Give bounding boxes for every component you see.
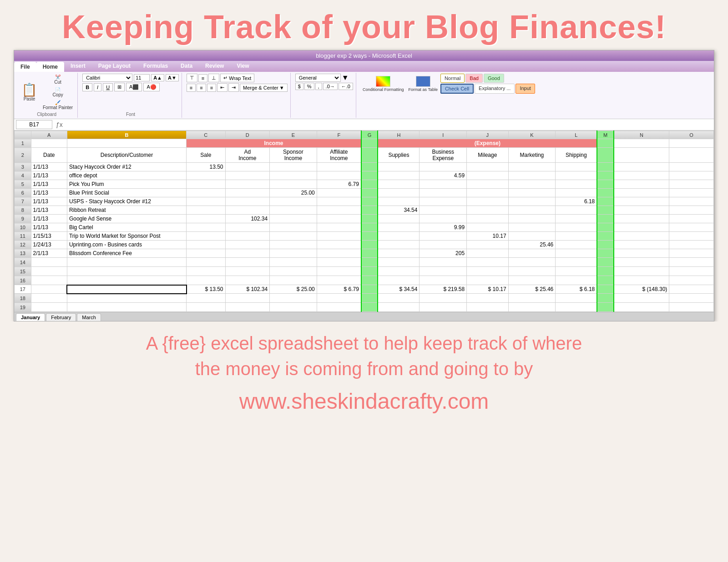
cell-m12[interactable] xyxy=(597,241,614,249)
cell-c11[interactable] xyxy=(187,232,225,241)
cell-c6[interactable] xyxy=(187,189,225,197)
paste-button[interactable]: 📋 Paste xyxy=(19,83,40,102)
cell-e8[interactable] xyxy=(270,206,317,215)
cell-n2[interactable] xyxy=(614,148,669,163)
name-box[interactable]: B17 xyxy=(16,120,52,129)
cell-l15[interactable] xyxy=(556,267,597,276)
cell-j18[interactable] xyxy=(467,294,508,303)
cell-i13[interactable]: 205 xyxy=(420,249,467,258)
align-center-button[interactable]: ≡ xyxy=(197,84,206,92)
cell-g17[interactable] xyxy=(361,285,378,294)
cell-b9[interactable]: Google Ad Sense xyxy=(67,215,186,223)
cell-j14[interactable] xyxy=(467,258,508,267)
cell-h16[interactable] xyxy=(378,276,419,285)
indent-increase-button[interactable]: ⇥ xyxy=(228,83,239,92)
cell-o6[interactable] xyxy=(669,189,714,197)
cell-m15[interactable] xyxy=(597,267,614,276)
align-top-button[interactable]: ⊤ xyxy=(187,74,197,82)
cell-m13[interactable] xyxy=(597,249,614,258)
cell-h11[interactable] xyxy=(378,232,419,241)
cell-a3[interactable]: 1/1/13 xyxy=(31,163,67,171)
cell-o10[interactable] xyxy=(669,223,714,232)
cell-a16[interactable] xyxy=(31,276,67,285)
cell-f16[interactable] xyxy=(317,276,361,285)
cell-a18[interactable] xyxy=(31,294,67,303)
cell-d13[interactable] xyxy=(225,249,270,258)
cell-g5[interactable] xyxy=(361,180,378,189)
cell-f14[interactable] xyxy=(317,258,361,267)
cell-h14[interactable] xyxy=(378,258,419,267)
cell-d10[interactable] xyxy=(225,223,270,232)
cell-i15[interactable] xyxy=(420,267,467,276)
cell-l17[interactable]: $ 6.18 xyxy=(556,285,597,294)
cell-h5[interactable] xyxy=(378,180,419,189)
cell-e19[interactable] xyxy=(270,303,317,312)
formula-input[interactable] xyxy=(66,120,712,129)
cell-m4[interactable] xyxy=(597,171,614,180)
cell-f13[interactable] xyxy=(317,249,361,258)
number-format-select[interactable]: General xyxy=(295,74,341,82)
cell-g1[interactable] xyxy=(361,139,378,148)
cell-h6[interactable] xyxy=(378,189,419,197)
cell-g12[interactable] xyxy=(361,241,378,249)
cell-k18[interactable] xyxy=(508,294,556,303)
dollar-button[interactable]: $ xyxy=(295,83,303,90)
cell-k5[interactable] xyxy=(508,180,556,189)
cell-b1[interactable] xyxy=(67,139,186,148)
cell-a1[interactable] xyxy=(31,139,67,148)
cell-m19[interactable] xyxy=(597,303,614,312)
cell-j10[interactable] xyxy=(467,223,508,232)
font-color-button[interactable]: A🔴 xyxy=(143,83,159,91)
col-j-header[interactable]: J xyxy=(467,131,508,139)
cell-n18[interactable] xyxy=(614,294,669,303)
cell-o15[interactable] xyxy=(669,267,714,276)
cell-n15[interactable] xyxy=(614,267,669,276)
cell-f11[interactable] xyxy=(317,232,361,241)
cell-n12[interactable] xyxy=(614,241,669,249)
cell-o4[interactable] xyxy=(669,171,714,180)
cell-i10[interactable]: 9.99 xyxy=(420,223,467,232)
cell-n1[interactable] xyxy=(614,139,669,148)
cell-k7[interactable] xyxy=(508,197,556,206)
cell-d5[interactable] xyxy=(225,180,270,189)
cell-b16[interactable] xyxy=(67,276,186,285)
cell-g10[interactable] xyxy=(361,223,378,232)
style-check-cell[interactable]: Check Cell xyxy=(440,84,474,94)
cell-c14[interactable] xyxy=(187,258,225,267)
cell-c17[interactable]: $ 13.50 xyxy=(187,285,225,294)
cell-m6[interactable] xyxy=(597,189,614,197)
italic-button[interactable]: I xyxy=(94,83,101,91)
cell-d2[interactable]: AdIncome xyxy=(225,148,270,163)
cell-f4[interactable] xyxy=(317,171,361,180)
cell-j8[interactable] xyxy=(467,206,508,215)
cell-k17[interactable]: $ 25.46 xyxy=(508,285,556,294)
cell-l5[interactable] xyxy=(556,180,597,189)
cell-i11[interactable] xyxy=(420,232,467,241)
cell-c16[interactable] xyxy=(187,276,225,285)
cell-l8[interactable] xyxy=(556,206,597,215)
cell-e15[interactable] xyxy=(270,267,317,276)
cell-n11[interactable] xyxy=(614,232,669,241)
cell-b17[interactable] xyxy=(67,285,186,294)
col-m-header[interactable]: M xyxy=(597,131,614,139)
cell-d16[interactable] xyxy=(225,276,270,285)
cell-n5[interactable] xyxy=(614,180,669,189)
cell-k13[interactable] xyxy=(508,249,556,258)
cell-d9[interactable]: 102.34 xyxy=(225,215,270,223)
cell-b2[interactable]: Description/Customer xyxy=(67,148,186,163)
cell-a2[interactable]: Date xyxy=(31,148,67,163)
sheet-tab-january[interactable]: January xyxy=(16,313,45,321)
tab-review[interactable]: Review xyxy=(199,61,230,72)
cell-h13[interactable] xyxy=(378,249,419,258)
cell-i8[interactable] xyxy=(420,206,467,215)
cell-c19[interactable] xyxy=(187,303,225,312)
cell-o14[interactable] xyxy=(669,258,714,267)
cell-d17[interactable]: $ 102.34 xyxy=(225,285,270,294)
tab-data[interactable]: Data xyxy=(174,61,199,72)
cell-c4[interactable] xyxy=(187,171,225,180)
cell-b7[interactable]: USPS - Stacy Haycock Order #12 xyxy=(67,197,186,206)
cell-d3[interactable] xyxy=(225,163,270,171)
align-middle-button[interactable]: ≡ xyxy=(198,74,207,82)
cell-k8[interactable] xyxy=(508,206,556,215)
col-a-header[interactable]: A xyxy=(31,131,67,139)
